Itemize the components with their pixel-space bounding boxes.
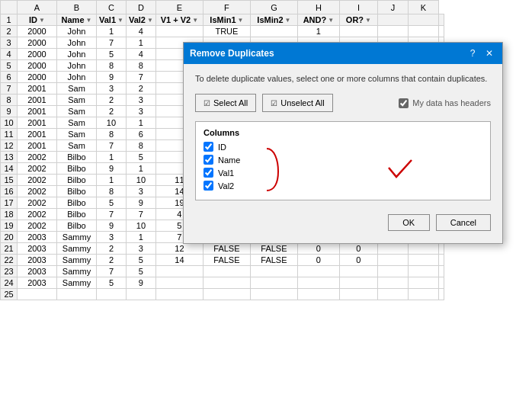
cell-A5[interactable]: 2000 bbox=[18, 60, 57, 72]
col-header-D[interactable]: D bbox=[126, 1, 155, 14]
cell-A10[interactable]: 2001 bbox=[18, 117, 57, 129]
cell-B24[interactable]: Sammy bbox=[57, 277, 97, 289]
cell-A12[interactable]: 2001 bbox=[18, 140, 57, 152]
cell-C13[interactable]: 1 bbox=[97, 152, 127, 163]
cell-A3[interactable]: 2000 bbox=[18, 37, 57, 49]
cell-F25[interactable] bbox=[203, 289, 250, 300]
unselect-all-button[interactable]: ☑ Unselect All bbox=[262, 94, 332, 112]
my-data-headers-checkbox[interactable] bbox=[399, 98, 409, 108]
cell-D16[interactable]: 3 bbox=[126, 186, 155, 197]
cell-H2[interactable]: 1 bbox=[297, 26, 339, 37]
cell-I2[interactable] bbox=[339, 26, 377, 37]
cell-B13[interactable]: Bilbo bbox=[57, 152, 97, 163]
cell-G22[interactable]: FALSE bbox=[250, 255, 297, 266]
select-all-button[interactable]: ☑ Select All bbox=[195, 94, 256, 112]
cell-B9[interactable]: Sam bbox=[57, 106, 97, 117]
cell-G23[interactable] bbox=[250, 266, 297, 277]
header-cell-C[interactable]: Val1▼ bbox=[97, 14, 127, 26]
col-header-H[interactable]: H bbox=[297, 1, 339, 14]
cell-I22[interactable]: 0 bbox=[339, 255, 377, 266]
cell-H24[interactable] bbox=[297, 277, 339, 289]
cell-D11[interactable]: 6 bbox=[126, 129, 155, 140]
header-cell-A[interactable]: ID▼ bbox=[18, 14, 57, 26]
cell-B20[interactable]: Sammy bbox=[57, 232, 97, 243]
cell-I21[interactable]: 0 bbox=[339, 243, 377, 255]
cell-A18[interactable]: 2002 bbox=[18, 209, 57, 220]
cell-D22[interactable]: 5 bbox=[126, 255, 155, 266]
filter-arrow-H[interactable]: ▼ bbox=[328, 17, 334, 24]
col-header-I[interactable]: I bbox=[339, 1, 377, 14]
cell-B14[interactable]: Bilbo bbox=[57, 163, 97, 175]
cell-B12[interactable]: Sam bbox=[57, 140, 97, 152]
cell-B21[interactable]: Sammy bbox=[57, 243, 97, 255]
cell-D13[interactable]: 5 bbox=[126, 152, 155, 163]
cell-C9[interactable]: 2 bbox=[97, 106, 127, 117]
cell-D17[interactable]: 9 bbox=[126, 197, 155, 209]
cell-A7[interactable]: 2001 bbox=[18, 83, 57, 95]
cell-C19[interactable]: 9 bbox=[97, 220, 127, 232]
cell-D14[interactable]: 1 bbox=[126, 163, 155, 175]
cell-D23[interactable]: 5 bbox=[126, 266, 155, 277]
cancel-button[interactable]: Cancel bbox=[436, 214, 491, 231]
cell-D6[interactable]: 7 bbox=[126, 72, 155, 83]
cell-C23[interactable]: 7 bbox=[97, 266, 127, 277]
cell-C25[interactable] bbox=[97, 289, 127, 300]
cell-D21[interactable]: 3 bbox=[126, 243, 155, 255]
cell-A16[interactable]: 2002 bbox=[18, 186, 57, 197]
cell-D10[interactable]: 1 bbox=[126, 117, 155, 129]
cell-H21[interactable]: 0 bbox=[297, 243, 339, 255]
ok-button[interactable]: OK bbox=[388, 214, 430, 231]
filter-arrow-I[interactable]: ▼ bbox=[365, 17, 371, 24]
cell-C5[interactable]: 8 bbox=[97, 60, 127, 72]
cell-C24[interactable]: 5 bbox=[97, 277, 127, 289]
filter-arrow-A[interactable]: ▼ bbox=[39, 17, 45, 24]
filter-arrow-B[interactable]: ▼ bbox=[86, 17, 92, 24]
filter-arrow-D[interactable]: ▼ bbox=[147, 17, 153, 24]
cell-D20[interactable]: 1 bbox=[126, 232, 155, 243]
cell-B11[interactable]: Sam bbox=[57, 129, 97, 140]
col-header-E[interactable]: E bbox=[155, 1, 203, 14]
cell-B15[interactable]: Bilbo bbox=[57, 175, 97, 186]
cell-C15[interactable]: 1 bbox=[97, 175, 127, 186]
cell-A20[interactable]: 2003 bbox=[18, 232, 57, 243]
cell-C4[interactable]: 5 bbox=[97, 49, 127, 60]
cell-B17[interactable]: Bilbo bbox=[57, 197, 97, 209]
cell-G24[interactable] bbox=[250, 277, 297, 289]
cell-A11[interactable]: 2001 bbox=[18, 129, 57, 140]
cell-A23[interactable]: 2003 bbox=[18, 266, 57, 277]
header-cell-H[interactable]: AND?▼ bbox=[297, 14, 339, 26]
cell-F21[interactable]: FALSE bbox=[203, 243, 250, 255]
cell-E25[interactable] bbox=[155, 289, 203, 300]
cell-D24[interactable]: 9 bbox=[126, 277, 155, 289]
cell-B18[interactable]: Bilbo bbox=[57, 209, 97, 220]
col-header-F[interactable]: F bbox=[203, 1, 250, 14]
cell-C14[interactable]: 9 bbox=[97, 163, 127, 175]
cell-C10[interactable]: 10 bbox=[97, 117, 127, 129]
cell-B16[interactable]: Bilbo bbox=[57, 186, 97, 197]
cell-A2[interactable]: 2000 bbox=[18, 26, 57, 37]
col-header-B[interactable]: B bbox=[57, 1, 97, 14]
cell-G21[interactable]: FALSE bbox=[250, 243, 297, 255]
col-header-A[interactable]: A bbox=[18, 1, 57, 14]
col-header-C[interactable]: C bbox=[97, 1, 127, 14]
cell-D8[interactable]: 3 bbox=[126, 95, 155, 106]
cell-C7[interactable]: 3 bbox=[97, 83, 127, 95]
cell-F2[interactable]: TRUE bbox=[203, 26, 250, 37]
filter-arrow-C[interactable]: ▼ bbox=[117, 17, 123, 24]
cell-D15[interactable]: 10 bbox=[126, 175, 155, 186]
cell-C22[interactable]: 2 bbox=[97, 255, 127, 266]
col-header-K[interactable]: K bbox=[408, 1, 438, 14]
header-cell-I[interactable]: OR?▼ bbox=[339, 14, 377, 26]
cell-C12[interactable]: 7 bbox=[97, 140, 127, 152]
cell-F22[interactable]: FALSE bbox=[203, 255, 250, 266]
header-cell-D[interactable]: Val2▼ bbox=[126, 14, 155, 26]
filter-arrow-G[interactable]: ▼ bbox=[285, 17, 291, 24]
cell-D12[interactable]: 8 bbox=[126, 140, 155, 152]
cell-F24[interactable] bbox=[203, 277, 250, 289]
cell-A24[interactable]: 2003 bbox=[18, 277, 57, 289]
cell-B25[interactable] bbox=[57, 289, 97, 300]
cell-C6[interactable]: 9 bbox=[97, 72, 127, 83]
cell-C3[interactable]: 7 bbox=[97, 37, 127, 49]
cell-C20[interactable]: 3 bbox=[97, 232, 127, 243]
cell-D7[interactable]: 2 bbox=[126, 83, 155, 95]
